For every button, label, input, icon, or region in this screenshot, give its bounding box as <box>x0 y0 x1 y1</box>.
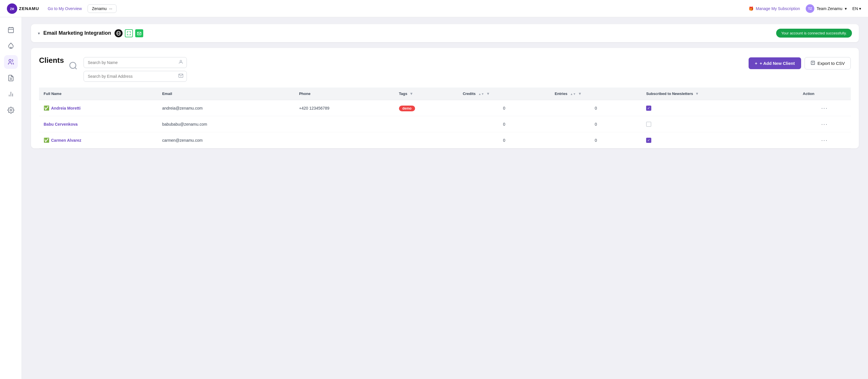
verified-icon: ✅ <box>43 137 50 143</box>
sidebar <box>0 17 22 379</box>
credits-filter-icon[interactable]: ▼ <box>486 92 490 96</box>
verified-icon: ✅ <box>43 105 50 111</box>
entries-sort-icon[interactable]: ▲▼ <box>570 92 576 96</box>
export-icon <box>811 61 815 66</box>
table-row: ✅ Andreia Moretti andreia@zenamu.com +42… <box>39 100 851 116</box>
client-phone-cell <box>294 116 394 132</box>
workspace-options-icon[interactable]: ··· <box>109 6 113 11</box>
col-full-name: Full Name <box>39 88 158 100</box>
action-menu-button[interactable]: ··· <box>821 137 828 143</box>
manage-subscription-button[interactable]: 🎁 Manage My Subscription <box>749 6 800 11</box>
sidebar-item-calendar[interactable] <box>4 23 18 37</box>
svg-point-19 <box>180 60 182 62</box>
nav-right: 🎁 Manage My Subscription TZ Team Zenamu … <box>749 4 861 13</box>
search-name-input[interactable] <box>84 57 187 68</box>
main-content: ▾ Email Marketing Integration <box>22 17 868 379</box>
client-newsletter-cell: ✓ <box>642 100 798 116</box>
client-entries-cell: 0 <box>550 116 642 132</box>
search-email-input[interactable] <box>84 71 187 82</box>
client-entries-cell: 0 <box>550 100 642 116</box>
client-email-cell: babubabu@zenamu.com <box>158 116 294 132</box>
avatar: TZ <box>806 4 814 13</box>
integration-icons <box>115 29 143 37</box>
client-name-cell: ✅ Andreia Moretti <box>39 100 158 116</box>
connected-badge: Your account is connected successfully. <box>776 29 852 38</box>
client-newsletter-cell: ✓ <box>642 132 798 148</box>
newsletter-checkbox-empty[interactable] <box>646 122 651 127</box>
search-area <box>84 57 187 82</box>
person-icon <box>178 59 183 66</box>
client-newsletter-cell <box>642 116 798 132</box>
sidebar-item-wellness[interactable] <box>4 39 18 53</box>
expand-icon <box>125 29 133 37</box>
search-name-wrap <box>84 57 187 68</box>
collapse-icon[interactable]: ▾ <box>38 31 40 36</box>
sidebar-item-settings[interactable] <box>4 103 18 117</box>
gift-icon: 🎁 <box>749 6 753 11</box>
mail-icon <box>135 29 143 37</box>
client-email-cell: andreia@zenamu.com <box>158 100 294 116</box>
team-name-label: Team Zenamu <box>817 6 842 11</box>
client-phone-cell <box>294 132 394 148</box>
sidebar-item-clients[interactable] <box>4 55 18 69</box>
client-phone-cell: +420 123456789 <box>294 100 394 116</box>
action-menu-button[interactable]: ··· <box>821 121 828 127</box>
svg-point-12 <box>10 109 12 111</box>
email-icon <box>178 73 183 80</box>
col-phone: Phone <box>294 88 394 100</box>
export-csv-button[interactable]: Export to CSV <box>805 57 851 69</box>
language-selector[interactable]: EN ▾ <box>852 6 861 11</box>
chevron-down-icon: ▾ <box>845 6 847 11</box>
clients-header: Clients <box>39 56 851 82</box>
search-email-wrap <box>84 71 187 82</box>
client-action-cell: ··· <box>798 132 851 148</box>
client-action-cell: ··· <box>798 100 851 116</box>
logo: ZM ZENAMU <box>7 3 39 14</box>
table-row: Babu Cervenkova babubabu@zenamu.com 0 <box>39 116 851 132</box>
sidebar-item-reports[interactable] <box>4 71 18 85</box>
top-nav: ZM ZENAMU Go to My Overview Zenamu ··· 🎁… <box>0 0 868 17</box>
client-name-babu[interactable]: Babu Cervenkova <box>43 122 153 127</box>
client-name-carmen[interactable]: ✅ Carmen Alvarez <box>43 137 153 143</box>
col-tags: Tags ▼ <box>394 88 458 100</box>
newsletter-checkbox-checked[interactable]: ✓ <box>646 105 651 111</box>
col-entries: Entries ▲▼ ▼ <box>550 88 642 100</box>
go-to-overview-link[interactable]: Go to My Overview <box>48 6 82 11</box>
chevron-down-icon-lang: ▾ <box>859 6 861 11</box>
integration-title: Email Marketing Integration <box>43 30 111 36</box>
col-action: Action <box>798 88 851 100</box>
client-tags-cell <box>394 116 458 132</box>
table-body: ✅ Andreia Moretti andreia@zenamu.com +42… <box>39 100 851 148</box>
globe-icon <box>115 29 123 37</box>
client-credits-cell: 0 <box>458 116 550 132</box>
newsletters-filter-icon[interactable]: ▼ <box>695 92 699 96</box>
client-action-cell: ··· <box>798 116 851 132</box>
table-header: Full Name Email Phone Tags ▼ <box>39 88 851 100</box>
svg-point-17 <box>70 62 76 68</box>
clients-title: Clients <box>39 56 64 65</box>
add-client-label: + Add New Client <box>760 61 795 66</box>
client-tags-cell <box>394 132 458 148</box>
tags-filter-icon[interactable]: ▼ <box>410 92 413 96</box>
logo-text: ZENAMU <box>19 6 39 11</box>
entries-filter-icon[interactable]: ▼ <box>578 92 582 96</box>
action-menu-button[interactable]: ··· <box>821 105 828 111</box>
plus-icon: + <box>755 61 757 66</box>
client-name-andreia[interactable]: ✅ Andreia Moretti <box>43 105 153 111</box>
workspace-pill[interactable]: Zenamu ··· <box>88 4 117 13</box>
client-tags-cell: demo <box>394 100 458 116</box>
svg-rect-2 <box>8 28 13 33</box>
search-icon-main <box>69 61 78 72</box>
sidebar-item-analytics[interactable] <box>4 87 18 101</box>
add-new-client-button[interactable]: + + Add New Client <box>749 57 801 69</box>
svg-line-18 <box>75 67 76 69</box>
workspace-name: Zenamu <box>92 6 106 11</box>
newsletter-checkbox-checked[interactable]: ✓ <box>646 138 651 143</box>
client-name-cell: Babu Cervenkova <box>39 116 158 132</box>
manage-subscription-label: Manage My Subscription <box>756 6 800 11</box>
team-button[interactable]: TZ Team Zenamu ▾ <box>806 4 846 13</box>
credits-sort-icon[interactable]: ▲▼ <box>478 92 484 96</box>
client-credits-cell: 0 <box>458 100 550 116</box>
logo-icon: ZM <box>7 3 17 14</box>
client-entries-cell: 0 <box>550 132 642 148</box>
